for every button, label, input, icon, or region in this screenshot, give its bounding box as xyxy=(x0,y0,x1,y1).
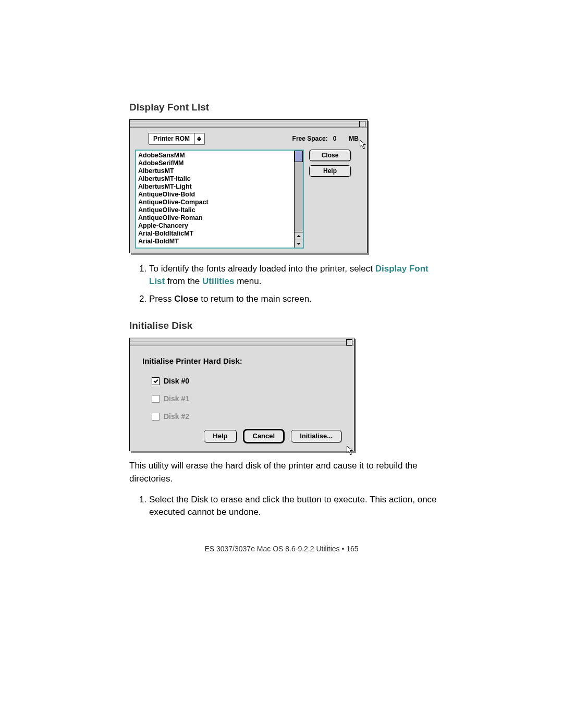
font-list-item[interactable]: AlbertusMT xyxy=(138,167,292,175)
heading-display-font-list: Display Font List xyxy=(129,102,438,113)
initialise-description: This utility will erase the hard disk of… xyxy=(129,460,438,485)
scroll-down-icon[interactable] xyxy=(295,240,303,248)
initialise-prompt: Initialise Printer Hard Disk: xyxy=(142,356,341,365)
font-list-item[interactable]: AntiqueOlive-Italic xyxy=(138,206,292,214)
close-button[interactable]: Close xyxy=(309,150,351,161)
scroll-up-icon[interactable] xyxy=(295,232,303,240)
free-space-readout: Free Space: 0 MB xyxy=(292,135,359,142)
font-list-item[interactable]: Arial-BoldMT xyxy=(138,238,292,245)
page-footer: ES 3037/3037e Mac OS 8.6-9.2.2 Utilities… xyxy=(0,545,563,553)
font-list-item[interactable]: Apple-Chancery xyxy=(138,222,292,230)
disk-option: Disk #1 xyxy=(152,394,341,403)
font-list-item[interactable]: AlbertusMT-Light xyxy=(138,183,292,191)
step-2: Press Close to return to the main screen… xyxy=(149,293,438,305)
font-list-item[interactable]: Arial-BoldItalicMT xyxy=(138,230,292,238)
disk-label: Disk #0 xyxy=(164,377,189,385)
checkbox xyxy=(152,413,160,421)
source-dropdown[interactable]: Printer ROM xyxy=(149,133,204,144)
disk-label: Disk #1 xyxy=(164,394,189,403)
scroll-thumb[interactable] xyxy=(295,151,303,162)
font-list-item[interactable]: AntiqueOlive-Bold xyxy=(138,191,292,199)
window-initialise-disk: Initialise Printer Hard Disk: Disk #0Dis… xyxy=(129,338,354,451)
checkbox[interactable] xyxy=(152,377,160,385)
font-listbox[interactable]: AdobeSansMMAdobeSerifMMAlbertusMTAlbertu… xyxy=(135,150,304,249)
checkbox xyxy=(152,395,160,403)
help-button[interactable]: Help xyxy=(204,430,236,442)
display-font-list-steps: To identify the fonts already loaded int… xyxy=(129,263,438,305)
initialise-steps: Select the Disk to erase and click the b… xyxy=(129,493,438,519)
font-list-item[interactable]: AdobeSansMM xyxy=(138,152,292,159)
scrollbar[interactable] xyxy=(294,151,303,248)
titlebar[interactable] xyxy=(130,338,354,346)
dropdown-arrows-icon xyxy=(194,137,204,141)
disk-option: Disk #2 xyxy=(152,412,341,421)
disk-label: Disk #2 xyxy=(164,412,189,421)
step-1: To identify the fonts already loaded int… xyxy=(149,263,438,288)
step-1: Select the Disk to erase and click the b… xyxy=(149,493,438,519)
disk-option[interactable]: Disk #0 xyxy=(152,377,341,385)
initialise-button[interactable]: Initialise... xyxy=(291,430,341,442)
help-button[interactable]: Help xyxy=(309,165,351,177)
font-list-item[interactable]: AdobeSerifMM xyxy=(138,159,292,167)
dropdown-label: Printer ROM xyxy=(149,133,194,144)
heading-initialise-disk: Initialise Disk xyxy=(129,320,438,331)
font-list-item[interactable]: AlbertusMT-Italic xyxy=(138,175,292,183)
font-list-item[interactable]: AntiqueOlive-Compact xyxy=(138,199,292,206)
window-font-list: Printer ROM Free Space: 0 MB AdobeSansMM… xyxy=(129,119,368,253)
font-list-item[interactable]: AntiqueOlive-Roman xyxy=(138,214,292,222)
cancel-button[interactable]: Cancel xyxy=(244,430,284,442)
titlebar[interactable] xyxy=(130,120,367,128)
